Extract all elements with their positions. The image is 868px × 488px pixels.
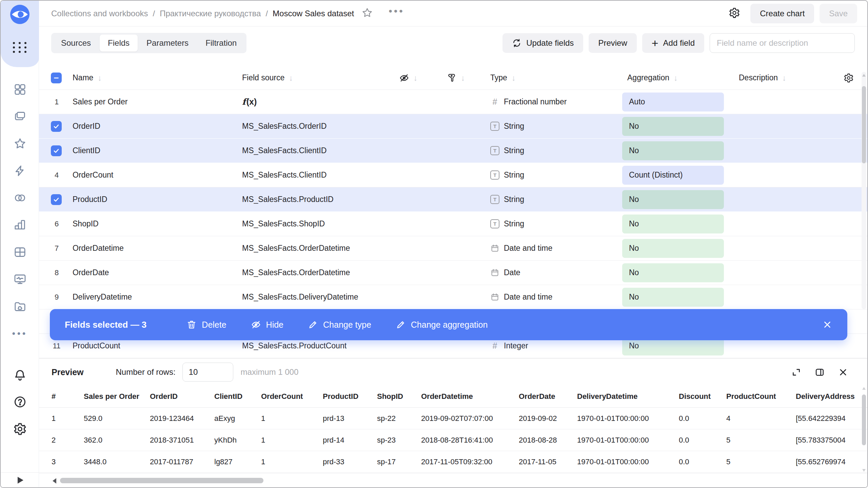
tab-parameters[interactable]: Parameters — [138, 35, 197, 52]
scroll-down-arrow[interactable] — [862, 469, 866, 472]
field-type[interactable]: Date and time — [479, 292, 612, 302]
field-name[interactable]: ProductID — [73, 195, 242, 204]
sidebar-item-help-question[interactable] — [1, 388, 39, 415]
field-search-input[interactable] — [710, 33, 855, 53]
field-name[interactable]: DeliveryDatetime — [73, 292, 242, 302]
sidebar-item-favorites-star[interactable] — [1, 130, 39, 157]
field-type[interactable]: TString — [479, 122, 612, 131]
preview-horizontal-scrollbar[interactable] — [39, 473, 867, 488]
field-name[interactable]: ClientID — [73, 146, 242, 155]
breadcrumb-item[interactable]: Практические руководства — [160, 9, 261, 18]
dock-preview-icon[interactable] — [814, 367, 825, 378]
tab-sources[interactable]: Sources — [53, 35, 99, 52]
field-type[interactable]: Date and time — [479, 244, 612, 253]
field-type[interactable]: TString — [479, 195, 612, 204]
aggregation-select[interactable]: No — [622, 215, 724, 233]
sidebar-item-more-dots[interactable]: ••• — [1, 320, 39, 347]
preview-vertical-scrollbar[interactable] — [862, 387, 866, 472]
field-type[interactable]: TString — [479, 170, 612, 180]
aggregation-select[interactable]: No — [622, 141, 724, 160]
column-header-filter[interactable]: ↓ — [432, 73, 479, 83]
create-chart-button[interactable]: Create chart — [750, 4, 814, 23]
row-checkbox-checked[interactable] — [51, 194, 62, 205]
main-area: Collections and workbooks/Практические р… — [39, 1, 867, 487]
sort-arrow-icon: ↓ — [461, 73, 465, 83]
row-checkbox-checked[interactable] — [51, 145, 62, 156]
datalens-logo-icon[interactable] — [10, 5, 29, 24]
preview-button[interactable]: Preview — [589, 33, 636, 53]
column-header-field-source[interactable]: Field source↓ — [242, 73, 384, 83]
field-name[interactable]: OrderCount — [73, 170, 242, 180]
column-header-description[interactable]: Description↓ — [729, 73, 830, 83]
preview-cell: 1970-01-01T00:00:00 — [577, 458, 679, 466]
field-name[interactable]: OrderDatetime — [73, 244, 242, 253]
dataset-settings-gear-icon[interactable] — [729, 7, 740, 20]
column-header-hidden[interactable]: ↓ — [384, 73, 432, 83]
sidebar-item-workbooks-layers[interactable] — [1, 103, 39, 130]
column-header-name[interactable]: Name↓ — [73, 73, 242, 83]
sidebar-item-datasets-venn[interactable] — [1, 184, 39, 211]
field-type[interactable]: TString — [479, 219, 612, 228]
sidebar-item-settings-gear[interactable] — [1, 415, 39, 443]
aggregation-select[interactable]: No — [622, 288, 724, 307]
hide-fields-button[interactable]: Hide — [251, 320, 283, 330]
field-name[interactable]: OrderID — [73, 122, 242, 131]
select-all-checkbox[interactable] — [51, 73, 73, 83]
change-aggregation-button[interactable]: Change aggregation — [396, 320, 488, 330]
sidebar-item-connections-lightning[interactable] — [1, 157, 39, 184]
aggregation-select[interactable]: No — [622, 190, 724, 209]
column-header-type[interactable]: Type↓ — [479, 73, 612, 83]
row-select-cell[interactable] — [51, 121, 73, 132]
field-type[interactable]: Date — [479, 268, 612, 277]
expand-sidebar-icon[interactable] — [18, 477, 23, 484]
more-actions-icon[interactable]: ••• — [389, 11, 405, 16]
scroll-left-arrow[interactable] — [53, 478, 56, 484]
breadcrumb-item[interactable]: Collections and workbooks — [51, 9, 148, 18]
aggregation-select[interactable]: No — [622, 239, 724, 258]
preview-column-header: ShopID — [377, 392, 421, 401]
apps-grid-icon[interactable] — [13, 42, 27, 53]
update-fields-button[interactable]: Update fields — [502, 33, 583, 53]
preview-cell: aExyg — [214, 414, 261, 423]
add-field-button[interactable]: + Add field — [642, 33, 704, 53]
field-name[interactable]: Sales per Order — [73, 97, 242, 106]
column-header-aggregation[interactable]: Aggregation↓ — [612, 73, 729, 83]
aggregation-select[interactable]: Count (Distinct) — [622, 166, 724, 185]
sidebar-item-storage-folder[interactable] — [1, 293, 39, 320]
sidebar-item-monitoring-pulse[interactable] — [1, 266, 39, 293]
field-type[interactable]: #Integer — [479, 341, 612, 351]
field-name[interactable]: ProductCount — [73, 341, 242, 350]
row-checkbox-checked[interactable] — [51, 121, 62, 132]
field-type[interactable]: #Fractional number — [479, 97, 612, 107]
favorite-star-icon[interactable] — [361, 7, 373, 20]
scroll-up-arrow[interactable] — [862, 387, 866, 390]
preview-cell: sp-17 — [377, 458, 421, 466]
delete-fields-button[interactable]: Delete — [186, 320, 226, 330]
row-select-cell[interactable] — [51, 194, 73, 205]
field-type[interactable]: TString — [479, 146, 612, 155]
number-of-rows-input[interactable] — [182, 363, 233, 382]
aggregation-select[interactable]: No — [622, 117, 724, 136]
breadcrumb-item[interactable]: Moscow Sales dataset — [273, 9, 354, 18]
tab-filtration[interactable]: Filtration — [197, 35, 245, 52]
sidebar-item-notifications-bell[interactable] — [1, 361, 39, 388]
tab-fields[interactable]: Fields — [100, 35, 138, 52]
scrollbar-thumb[interactable] — [862, 86, 866, 163]
close-preview-icon[interactable] — [838, 367, 848, 378]
sidebar-item-dashboards-grid[interactable] — [1, 76, 39, 103]
scrollbar-thumb[interactable] — [862, 394, 866, 445]
save-button[interactable]: Save — [820, 4, 857, 23]
fields-vertical-scrollbar[interactable] — [862, 72, 866, 309]
field-name[interactable]: ShopID — [73, 219, 242, 228]
field-name[interactable]: OrderDate — [73, 268, 242, 277]
sidebar-item-tables-grid[interactable] — [1, 239, 39, 266]
expand-preview-icon[interactable] — [791, 367, 802, 378]
aggregation-select[interactable]: Auto — [622, 93, 724, 111]
aggregation-select[interactable]: No — [622, 263, 724, 282]
row-select-cell[interactable] — [51, 145, 73, 156]
scroll-up-arrow[interactable] — [862, 74, 866, 77]
change-type-button[interactable]: Change type — [308, 320, 371, 330]
scrollbar-thumb[interactable] — [60, 478, 263, 483]
sidebar-item-charts-bar[interactable] — [1, 211, 39, 239]
close-selection-bar-icon[interactable] — [822, 320, 832, 330]
